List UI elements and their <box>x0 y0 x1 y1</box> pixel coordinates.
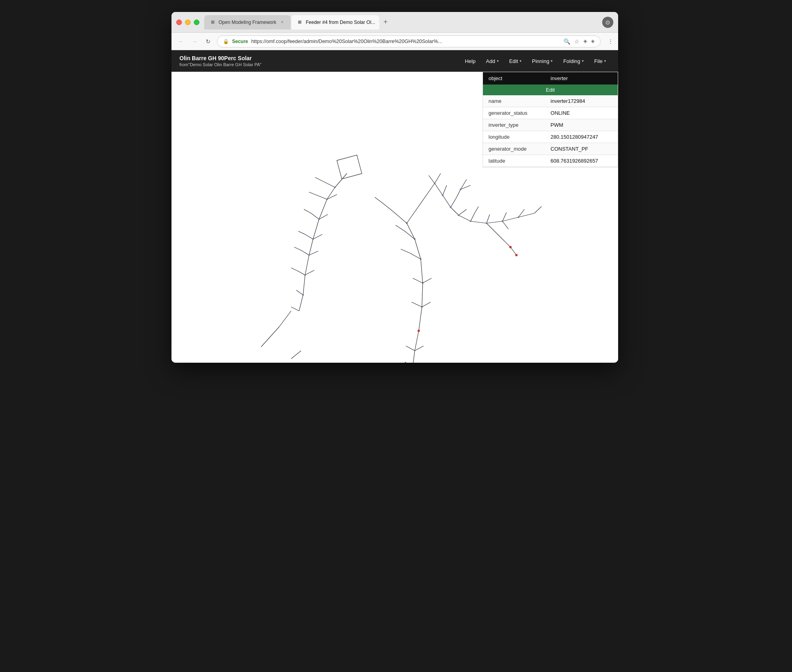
svg-line-85 <box>383 203 393 211</box>
profile-icon[interactable]: ⊙ <box>602 17 613 28</box>
prop-val-inverter-type: PWM <box>545 119 618 131</box>
svg-line-21 <box>296 290 303 295</box>
url-bar[interactable]: 🔒 Secure https://omf.coop/feeder/admin/D… <box>217 35 601 47</box>
nav-folding[interactable]: Folding ▾ <box>559 56 588 67</box>
svg-line-18 <box>294 247 301 250</box>
address-bar: ← → ↻ 🔒 Secure https://omf.coop/feeder/a… <box>171 33 618 50</box>
nav-add[interactable]: Add ▾ <box>482 56 502 67</box>
props-object-header: object <box>483 72 545 84</box>
new-tab-button[interactable]: + <box>380 17 391 28</box>
svg-line-64 <box>495 231 502 239</box>
svg-line-50 <box>487 221 502 223</box>
nav-add-arrow: ▾ <box>497 59 499 63</box>
forward-button[interactable]: → <box>190 37 199 46</box>
nav-add-label: Add <box>486 58 495 64</box>
prop-row-generator-status: generator_status ONLINE <box>483 107 618 119</box>
nav-file-arrow: ▾ <box>604 59 606 63</box>
svg-point-73 <box>442 195 443 196</box>
bookmark-icon[interactable]: ☆ <box>574 38 579 45</box>
svg-line-43 <box>415 331 419 351</box>
secure-icon: 🔒 <box>223 39 229 44</box>
svg-line-36 <box>279 311 291 327</box>
svg-line-20 <box>291 268 298 271</box>
app-header: Olin Barre GH 90Perc Solar from"Demo Sol… <box>171 50 618 72</box>
svg-line-17 <box>301 250 309 255</box>
browser-window: ⊞ Open Modeling Framework × ⊞ Feeder #4 … <box>171 12 618 363</box>
minimize-button[interactable] <box>185 20 191 25</box>
svg-line-51 <box>502 217 518 221</box>
nav-edit-label: Edit <box>509 58 518 64</box>
svg-line-62 <box>534 206 542 213</box>
prop-row-longitude: longitude 280.1501280947247 <box>483 131 618 143</box>
extension2-icon[interactable]: ◈ <box>591 38 595 45</box>
svg-rect-8 <box>337 155 362 179</box>
prop-val-generator-mode: CONSTANT_PF <box>545 143 618 155</box>
svg-line-27 <box>305 270 314 275</box>
svg-line-49 <box>471 221 487 223</box>
nav-edit[interactable]: Edit ▾ <box>505 56 526 67</box>
svg-line-54 <box>451 197 457 207</box>
prop-val-longitude: 280.1501280947247 <box>545 131 618 143</box>
tab1-close[interactable]: × <box>280 20 285 25</box>
svg-point-30 <box>318 218 320 220</box>
svg-line-56 <box>459 209 467 215</box>
edit-button[interactable]: Edit <box>483 84 618 95</box>
prop-key-generator-mode: generator_mode <box>483 143 545 155</box>
tab-omf[interactable]: ⊞ Open Modeling Framework × <box>204 15 291 29</box>
svg-line-92 <box>423 278 431 283</box>
svg-point-29 <box>326 198 328 200</box>
svg-point-75 <box>458 214 459 216</box>
svg-point-34 <box>302 294 304 296</box>
svg-line-90 <box>401 249 410 253</box>
nav-help[interactable]: Help <box>461 56 480 67</box>
svg-line-14 <box>304 209 311 213</box>
tab2-close[interactable]: × <box>378 20 379 25</box>
nav-pinning[interactable]: Pinning ▾ <box>528 56 557 67</box>
browser-actions: ⋮ <box>605 38 613 45</box>
svg-line-60 <box>502 212 506 221</box>
search-icon[interactable]: 🔍 <box>563 38 570 45</box>
more-options-icon[interactable]: ⋮ <box>608 38 613 45</box>
svg-line-22 <box>291 307 299 311</box>
svg-line-2 <box>319 199 327 219</box>
props-header-row: object inverter <box>483 72 618 84</box>
svg-point-77 <box>486 222 487 224</box>
svg-line-41 <box>422 283 423 307</box>
properties-table: object inverter Edit name inverter172984… <box>483 72 618 167</box>
svg-line-93 <box>412 302 422 307</box>
svg-line-86 <box>375 197 383 203</box>
nav-help-label: Help <box>465 58 476 64</box>
svg-line-5 <box>305 255 309 275</box>
prop-row-latitude: latitude 608.7631926892657 <box>483 155 618 167</box>
svg-line-15 <box>305 234 313 239</box>
svg-line-95 <box>406 346 415 351</box>
svg-line-59 <box>487 214 490 223</box>
nav-pinning-label: Pinning <box>532 58 549 64</box>
svg-line-88 <box>396 225 405 231</box>
svg-line-16 <box>298 231 305 234</box>
svg-line-26 <box>309 251 318 255</box>
svg-line-38 <box>407 223 415 239</box>
maximize-button[interactable] <box>194 20 199 25</box>
edit-row[interactable]: Edit <box>483 84 618 95</box>
close-button[interactable] <box>176 20 182 25</box>
extension1-icon[interactable]: ◈ <box>583 38 587 45</box>
refresh-button[interactable]: ↻ <box>203 37 213 46</box>
prop-key-inverter-type: inverter_type <box>483 119 545 131</box>
back-button[interactable]: ← <box>176 37 186 46</box>
svg-point-78 <box>502 220 503 222</box>
svg-line-10 <box>315 177 323 181</box>
tab1-label: Open Modeling Framework <box>219 20 276 25</box>
tab-feeder[interactable]: ⊞ Feeder #4 from Demo Solar Ol... × <box>292 15 379 29</box>
app-title-area: Olin Barre GH 90Perc Solar from"Demo Sol… <box>179 55 461 67</box>
svg-point-76 <box>470 220 471 222</box>
main-content: object inverter Edit name inverter172984… <box>171 72 618 363</box>
prop-key-generator-status: generator_status <box>483 107 545 119</box>
prop-val-name: inverter172984 <box>545 95 618 107</box>
profile-symbol: ⊙ <box>605 19 610 26</box>
nav-file[interactable]: File ▾ <box>590 56 610 67</box>
nav-edit-arrow: ▾ <box>520 59 522 63</box>
svg-line-83 <box>407 183 435 223</box>
prop-val-latitude: 608.7631926892657 <box>545 155 618 167</box>
properties-panel: object inverter Edit name inverter172984… <box>483 72 618 167</box>
